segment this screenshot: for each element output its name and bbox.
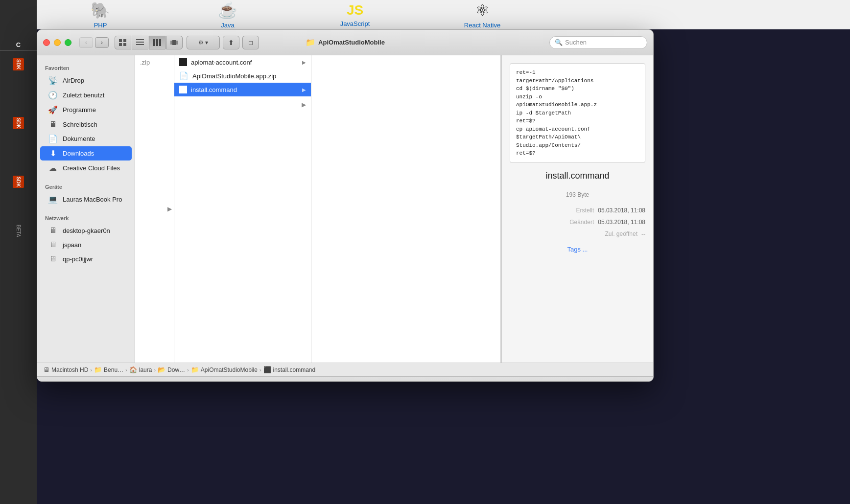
search-icon: 🔍 <box>555 39 563 46</box>
sidebar-item-network-2[interactable]: 🖥 jspaan <box>40 238 132 252</box>
view-icon-button[interactable] <box>115 36 131 49</box>
recents-icon: 🕐 <box>48 91 58 100</box>
minimize-button[interactable] <box>54 39 61 46</box>
preview-pane: ret=-1 targetPath=/Applications cd $(dir… <box>501 55 653 363</box>
forward-button[interactable]: › <box>95 37 109 48</box>
sidebar: Favoriten 📡 AirDrop 🕐 Zuletzt benutzt 🚀 … <box>37 55 135 363</box>
svg-rect-0 <box>119 39 122 42</box>
bottom-bar: 🖥 Macintosh HD › 📁 Benu… › 🏠 laura › 📂 D… <box>37 363 653 382</box>
downloads-bc-icon: 📂 <box>158 366 165 373</box>
favorites-label: Favoriten <box>37 61 135 73</box>
sidebar-item-macbook[interactable]: 💻 Lauras MacBook Pro <box>40 192 132 206</box>
file-item-install-command[interactable]: install.command ▶ <box>174 83 311 96</box>
tags-link[interactable]: Tags ... <box>510 246 645 253</box>
preview-filename: install.command <box>510 171 645 181</box>
sidebar-item-network-3[interactable]: 🖥 qp-pc0ijjwr <box>40 252 132 266</box>
svg-rect-6 <box>136 44 144 45</box>
sidebar-item-documents[interactable]: 📄 Dokumente <box>40 132 132 146</box>
file-item-conf[interactable]: apiomat-account.conf ▶ <box>174 55 311 69</box>
sidebar-item-creative-cloud[interactable]: ☁ Creative Cloud Files <box>40 161 132 175</box>
zip-file-icon: 📄 <box>179 71 189 80</box>
window-title: 📁 ApiOmatStudioMobile <box>306 38 385 47</box>
breadcrumb-item-1[interactable]: 📁 Benu… <box>94 366 123 373</box>
breadcrumb-item-2[interactable]: 🏠 laura <box>129 366 152 373</box>
svg-rect-10 <box>172 40 176 45</box>
sidebar-item-network-1[interactable]: 🖥 desktop-gkaer0n <box>40 224 132 237</box>
svg-rect-2 <box>119 43 122 46</box>
conf-file-icon <box>179 58 187 66</box>
view-coverflow-button[interactable] <box>166 36 183 49</box>
sidebar-item-desktop[interactable]: 🖥 Schreibtisch <box>40 117 132 131</box>
network-label: Netzwerk <box>37 211 135 223</box>
column-pane-3 <box>311 55 501 363</box>
title-bar: ‹ › ⚙ ▾ ⬆ ◻ 📁 <box>37 30 653 55</box>
view-buttons <box>115 36 183 49</box>
share-button[interactable]: ⬆ <box>223 36 239 49</box>
home-icon: 🏠 <box>129 366 137 373</box>
svg-rect-4 <box>136 39 144 40</box>
breadcrumb-item-5[interactable]: ⬛ install.command <box>263 366 316 373</box>
devices-label: Geräte <box>37 180 135 192</box>
folder-icon: 📁 <box>306 38 315 47</box>
bg-icon-java: ☕ Java <box>164 0 291 33</box>
finder-body: Favoriten 📡 AirDrop 🕐 Zuletzt benutzt 🚀 … <box>37 55 653 363</box>
install-bc-icon: ⬛ <box>263 366 271 373</box>
file-columns: .zip ▶ apiomat-account.conf ▶ 📄 ApiOmatS… <box>135 55 501 363</box>
hd-icon: 🖥 <box>43 366 49 373</box>
preview-metadata: 193 Byte Erstellt 05.03.2018, 11:08 Geän… <box>510 189 645 240</box>
tags-button[interactable]: ◻ <box>242 36 259 49</box>
left-label-c: C <box>0 39 37 51</box>
close-button[interactable] <box>43 39 50 46</box>
view-list-button[interactable] <box>132 36 148 49</box>
cmd-arrow: ▶ <box>302 87 306 92</box>
bg-icon-react-native: ⚛ React Native <box>419 0 546 33</box>
svg-rect-9 <box>159 39 161 46</box>
breadcrumb-item-3[interactable]: 📂 Dow… <box>158 366 185 373</box>
action-button[interactable]: ⚙ ▾ <box>187 36 220 49</box>
column-pane-2: apiomat-account.conf ▶ 📄 ApiOmatStudioMo… <box>174 55 311 363</box>
meta-row-created: Erstellt 05.03.2018, 11:08 <box>510 205 645 216</box>
background-icons-row: 🐘 PHP ☕ Java JS JavaScript ⚛ React Nativ… <box>0 0 850 29</box>
network-icon-2: 🖥 <box>48 240 58 249</box>
maximize-button[interactable] <box>65 39 71 46</box>
window-buttons <box>43 39 71 46</box>
back-button[interactable]: ‹ <box>79 37 93 48</box>
desktop-icon: 🖥 <box>48 120 58 129</box>
airdrop-icon: 📡 <box>48 76 58 85</box>
left-label-sdk-3: SDK <box>13 176 24 188</box>
network-icon-3: 🖥 <box>48 254 58 263</box>
meta-row-modified: Geändert 05.03.2018, 11:08 <box>510 216 645 228</box>
bg-icon-php: 🐘 PHP <box>37 0 164 33</box>
left-sidebar: C SDK SDK SDK BETA <box>0 29 37 504</box>
file-item-partial[interactable]: .zip <box>135 55 174 69</box>
action-chevron-icon: ▾ <box>205 39 208 46</box>
preview-size: 193 Byte <box>566 191 589 198</box>
sidebar-item-applications[interactable]: 🚀 Programme <box>40 103 132 117</box>
expand-arrow-1: ▶ <box>167 206 174 212</box>
file-item-zip[interactable]: 📄 ApiOmatStudioMobile.app.zip <box>174 69 311 83</box>
finder-window: ‹ › ⚙ ▾ ⬆ ◻ 📁 <box>37 29 654 382</box>
sidebar-item-downloads[interactable]: ⬇ Downloads <box>40 146 132 160</box>
breadcrumb-item-0[interactable]: 🖥 Macintosh HD <box>43 366 88 373</box>
downloads-icon: ⬇ <box>48 149 58 158</box>
empty-arrow: ▶ <box>174 96 311 113</box>
view-column-button[interactable] <box>149 36 165 49</box>
network-icon-1: 🖥 <box>48 226 58 235</box>
bg-icon-javascript: JS JavaScript <box>291 0 419 31</box>
creative-cloud-icon: ☁ <box>48 163 58 173</box>
macbook-icon: 💻 <box>48 195 58 204</box>
svg-rect-5 <box>136 42 144 43</box>
conf-arrow: ▶ <box>302 60 306 65</box>
breadcrumb-item-4[interactable]: 📁 ApiOmatStudioMobile <box>191 366 258 373</box>
nav-buttons: ‹ › <box>79 37 109 48</box>
preview-code: ret=-1 targetPath=/Applications cd $(dir… <box>510 63 645 163</box>
tags-icon: ◻ <box>248 39 253 46</box>
sidebar-item-airdrop[interactable]: 📡 AirDrop <box>40 73 132 88</box>
status-bar: 1 von 3 ausgewählt, 182,73 GB verfügbar <box>37 376 653 382</box>
documents-icon: 📄 <box>48 134 58 143</box>
svg-rect-12 <box>176 41 178 45</box>
gear-icon: ⚙ <box>198 39 204 46</box>
search-box[interactable]: 🔍 Suchen <box>549 36 647 49</box>
sidebar-item-recents[interactable]: 🕐 Zuletzt benutzt <box>40 88 132 102</box>
meta-row-accessed: Zul. geöffnet -- <box>510 228 645 240</box>
